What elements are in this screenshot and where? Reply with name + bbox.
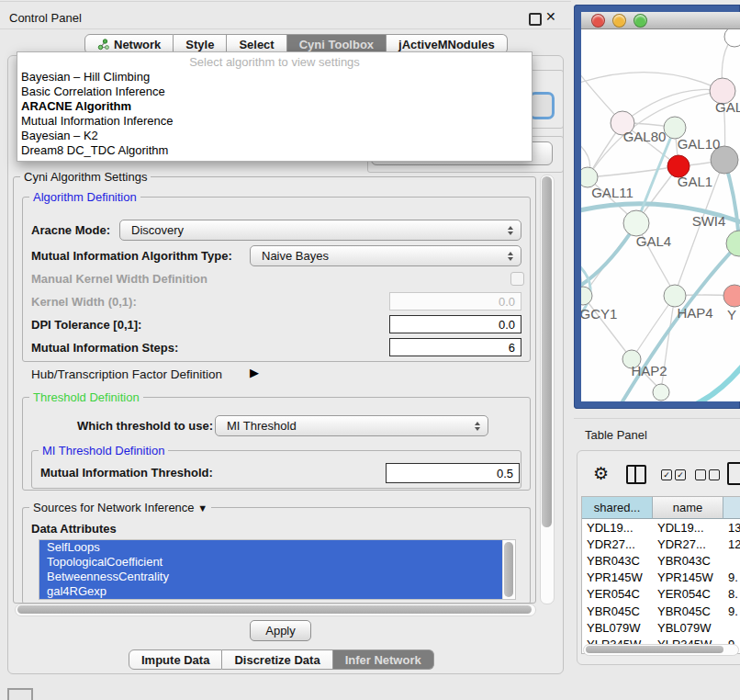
deselect-all-icon[interactable] — [695, 469, 720, 480]
settings-vscrollbar[interactable] — [540, 175, 555, 604]
hub-definition-label[interactable]: Hub/Transcription Factor Definition — [31, 367, 222, 381]
settings-hscrollbar-thumb[interactable] — [17, 605, 532, 614]
network-canvas[interactable]: GALGAL80GAL10GAL1GAL11SWI4GAL4GCY1HAP4YH… — [581, 29, 740, 401]
column-header-partial[interactable] — [723, 497, 740, 519]
bottom-left-widget[interactable] — [7, 688, 33, 700]
table-cell: YDL19... — [582, 521, 653, 535]
node-table: shared... name YDL19...YDL19...13YDR27..… — [581, 496, 740, 654]
settings-vscrollbar-thumb[interactable] — [542, 176, 552, 527]
sources-legend-text: Sources for Network Inference — [33, 501, 195, 514]
table-row[interactable]: YBL079WYBL079W — [582, 619, 740, 636]
mi-threshold-field[interactable]: 0.5 — [386, 463, 520, 483]
which-threshold-value: MI Threshold — [227, 419, 297, 433]
aracne-mode-value: Discovery — [131, 223, 184, 237]
mi-threshold-value: 0.5 — [497, 467, 513, 480]
table-row[interactable]: YBR043CYBR043C — [582, 552, 740, 569]
tab-infer-network[interactable]: Infer Network — [333, 649, 434, 670]
attribute-item-selfloops[interactable]: SelfLoops — [39, 540, 502, 555]
sources-expander-arrow-icon[interactable]: ▼ — [197, 502, 207, 514]
table-row[interactable]: YDR27...YDR27...12 — [582, 536, 740, 552]
split-columns-divider — [634, 467, 636, 482]
network-node-gal4[interactable] — [623, 210, 649, 236]
attribute-item-betweennesscentrality[interactable]: BetweennessCentrality — [39, 570, 502, 584]
algorithm-option-aracne-algorithm[interactable]: ARACNE Algorithm — [17, 99, 532, 114]
minimize-traffic-light-icon[interactable] — [612, 14, 626, 28]
column-header-shared-name[interactable]: shared... — [582, 497, 653, 519]
hub-expander-arrow-icon[interactable]: ▶ — [250, 366, 259, 379]
dpi-tolerance-field[interactable]: 0.0 — [389, 315, 521, 333]
select-all-icon[interactable]: ✓ ✓ — [661, 469, 686, 480]
network-edge[interactable] — [581, 73, 723, 91]
data-attributes-list[interactable]: SelfLoopsTopologicalCoefficientBetweenne… — [39, 539, 516, 600]
attribute-item-topologicalcoefficient[interactable]: TopologicalCoefficient — [39, 555, 502, 570]
aracne-mode-label: Aracne Mode: — [31, 223, 110, 237]
network-node[interactable] — [723, 285, 740, 307]
algorithm-option-mutual-information-inference[interactable]: Mutual Information Inference — [17, 114, 532, 129]
table-panel-divider — [574, 418, 740, 419]
network-edge[interactable] — [688, 356, 740, 401]
table-cell: YPR145W — [582, 570, 653, 584]
close-traffic-light-icon[interactable] — [591, 14, 605, 28]
kernel-width-field[interactable]: 0.0 — [389, 292, 521, 310]
table-cell: YBR045C — [653, 604, 723, 618]
table-cell: 12 — [723, 537, 740, 551]
manual-kernel-checkbox[interactable] — [510, 272, 524, 286]
node-label-hap2: HAP2 — [631, 363, 667, 378]
node-label-gal: GAL — [715, 99, 740, 115]
sources-legend: Sources for Network Inference ▼ — [29, 502, 211, 514]
table-cell: YDR27... — [582, 537, 653, 551]
column-header-name[interactable]: name — [653, 497, 723, 519]
float-panel-icon[interactable] — [529, 13, 542, 26]
network-edge[interactable] — [588, 166, 678, 177]
table-hscrollbar[interactable] — [583, 644, 739, 656]
tab-impute-data[interactable]: Impute Data — [129, 649, 222, 670]
mi-steps-label: Mutual Information Steps: — [31, 341, 178, 355]
mi-steps-field[interactable]: 6 — [389, 338, 521, 356]
table-cell: YBR043C — [582, 554, 653, 568]
network-window-titlebar[interactable] — [581, 12, 740, 29]
aracne-mode-select[interactable]: Discovery — [119, 220, 521, 241]
split-columns-icon[interactable] — [626, 465, 646, 484]
attributes-scrollbar-thumb[interactable] — [504, 542, 513, 597]
table-cell: YBR043C — [653, 554, 723, 568]
stepper-arrows-icon — [508, 252, 513, 261]
zoom-traffic-light-icon[interactable] — [633, 14, 647, 28]
attributes-list-scrollbar[interactable] — [502, 540, 515, 599]
table-hscrollbar-thumb[interactable] — [586, 646, 723, 653]
mi-type-value: Naive Bayes — [262, 249, 329, 263]
which-threshold-select[interactable]: MI Threshold — [215, 415, 488, 436]
close-panel-icon[interactable]: ✕ — [545, 9, 556, 24]
table-cell: 9. — [723, 570, 740, 584]
algorithm-option-bayesian-hill-climbing[interactable]: Bayesian – Hill Climbing — [17, 70, 532, 85]
network-node[interactable] — [724, 29, 740, 47]
node-label-y: Y — [727, 307, 736, 322]
gear-icon[interactable]: ⚙ — [593, 463, 609, 484]
checked-box-icon: ✓ — [661, 469, 672, 480]
export-table-icon[interactable] — [727, 462, 740, 485]
algorithm-option-basic-correlation-inference[interactable]: Basic Correlation Inference — [17, 85, 532, 99]
table-row[interactable]: YER054CYER054C8. — [582, 586, 740, 603]
data-attributes-label: Data Attributes — [31, 522, 117, 536]
node-label-swi4: SWI4 — [692, 213, 726, 229]
table-row[interactable]: YDL19...YDL19...13 — [582, 519, 740, 536]
table-cell: YER054C — [582, 587, 653, 601]
cyni-settings-legend: Cyni Algorithm Settings — [20, 171, 151, 183]
table-row[interactable]: YPR145WYPR145W9. — [582, 570, 740, 586]
network-node-hap4[interactable] — [664, 285, 686, 307]
network-icon — [97, 39, 109, 51]
which-threshold-label: Which threshold to use: — [77, 419, 213, 433]
settings-hscrollbar[interactable] — [15, 604, 536, 616]
table-cell: YDL19... — [653, 521, 723, 535]
node-label-gal80: GAL80 — [623, 129, 667, 144]
tab-discretize-data[interactable]: Discretize Data — [222, 649, 332, 670]
tab-discretize-data-label: Discretize Data — [234, 653, 320, 667]
network-node[interactable] — [653, 384, 669, 401]
network-canvas-svg: GALGAL80GAL10GAL1GAL11SWI4GAL4GCY1HAP4YH… — [581, 29, 740, 401]
table-row[interactable]: YBR045CYBR045C9. — [582, 603, 740, 619]
mi-threshold-label: Mutual Information Threshold: — [40, 466, 213, 480]
mi-type-select[interactable]: Naive Bayes — [250, 245, 521, 266]
apply-button[interactable]: Apply — [250, 620, 311, 641]
algorithm-option-dream8-dc-tdc-algorithm[interactable]: Dream8 DC_TDC Algorithm — [17, 143, 532, 158]
algorithm-option-bayesian-k2[interactable]: Bayesian – K2 — [17, 129, 532, 143]
attribute-item-gal4rgexp[interactable]: gal4RGexp — [39, 584, 502, 599]
